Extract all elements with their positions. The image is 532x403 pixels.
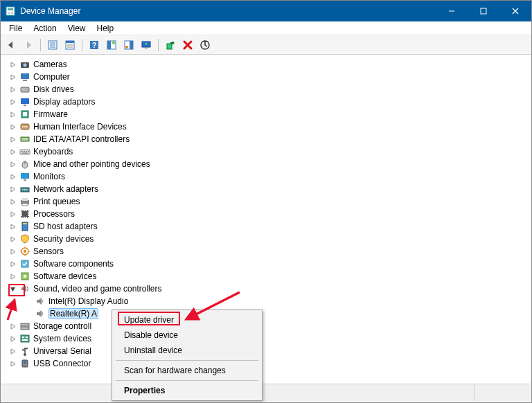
action-a-icon[interactable] — [104, 37, 119, 53]
chevron-right-icon[interactable] — [8, 60, 17, 69]
ide-icon — [19, 134, 30, 145]
tree-node[interactable]: IDE ATA/ATAPI controllers — [8, 133, 531, 145]
chevron-right-icon[interactable] — [8, 222, 17, 231]
context-menu-item[interactable]: Disable device — [114, 328, 260, 343]
tree-node[interactable]: Mice and other pointing devices — [8, 158, 531, 170]
tree-node-label: Mice and other pointing devices — [33, 159, 150, 169]
context-menu-item[interactable]: Uninstall device — [114, 343, 260, 358]
monitor-update-icon[interactable] — [139, 37, 154, 53]
mouse-icon — [19, 159, 30, 170]
svg-rect-26 — [167, 44, 172, 49]
maximize-button[interactable] — [468, 1, 499, 21]
tree-node-label: Keyboards — [33, 147, 73, 156]
system-icon — [19, 333, 30, 344]
chevron-right-icon[interactable] — [8, 347, 17, 355]
tree-node[interactable]: Firmware — [8, 108, 531, 120]
chevron-right-icon[interactable] — [8, 235, 17, 243]
menu-help[interactable]: Help — [91, 22, 120, 35]
chevron-right-icon[interactable] — [8, 147, 17, 156]
tree-node-label: Disk drives — [33, 84, 74, 94]
tree-node-label: Universal Serial — [33, 346, 91, 356]
minimize-button[interactable] — [436, 1, 468, 21]
tree-node[interactable]: Intel(R) Display Audio — [24, 295, 531, 307]
show-hide-tree-icon[interactable] — [45, 37, 60, 53]
menu-view[interactable]: View — [62, 22, 91, 35]
chevron-down-icon[interactable] — [8, 285, 17, 293]
tree-node[interactable]: Disk drives — [8, 83, 531, 96]
tree-node[interactable]: Sensors — [8, 245, 531, 258]
chevron-right-icon[interactable] — [8, 185, 17, 193]
chevron-right-icon[interactable] — [8, 123, 17, 131]
tree-node-label: Software devices — [33, 271, 96, 281]
tree-node-label: System devices — [33, 334, 91, 343]
chevron-right-icon[interactable] — [8, 272, 17, 280]
tree-node[interactable]: Keyboards — [8, 145, 531, 158]
chevron-right-icon[interactable] — [8, 85, 17, 93]
scan-hardware-icon[interactable] — [197, 37, 213, 53]
context-menu-item[interactable]: Properties — [114, 383, 260, 398]
svg-rect-47 — [24, 151, 25, 152]
svg-rect-42 — [21, 137, 29, 141]
back-icon[interactable] — [3, 37, 19, 53]
chevron-right-icon[interactable] — [8, 334, 17, 343]
context-menu-item[interactable]: Scan for hardware changes — [114, 363, 260, 378]
tree-node[interactable]: Human Interface Devices — [8, 120, 531, 133]
speaker-icon — [35, 296, 46, 307]
menu-file[interactable]: File — [3, 22, 28, 35]
svg-rect-60 — [22, 198, 28, 201]
tree-node-label: Network adapters — [33, 184, 98, 194]
chevron-right-icon[interactable] — [8, 197, 17, 206]
chevron-right-icon[interactable] — [8, 98, 17, 106]
usb-icon — [19, 346, 30, 357]
add-legacy-icon[interactable] — [163, 37, 178, 53]
device-tree[interactable]: CamerasComputerDisk drivesDisplay adapto… — [1, 55, 531, 370]
print-icon — [19, 196, 30, 207]
action-b-icon[interactable] — [121, 37, 136, 53]
help-icon[interactable]: ? — [87, 37, 102, 53]
tree-node[interactable]: Print queues — [8, 195, 531, 208]
tree-node[interactable]: SD host adapters — [8, 220, 531, 233]
tree-node[interactable]: Sound, video and game controllers — [8, 283, 531, 295]
tree-node[interactable]: Monitors — [8, 170, 531, 183]
tree-node[interactable]: Software devices — [8, 270, 531, 283]
tree-node[interactable]: System devices — [8, 332, 531, 345]
tree-node[interactable]: Display adaptors — [8, 96, 531, 108]
svg-point-33 — [26, 89, 28, 90]
tree-node[interactable]: Universal Serial — [8, 345, 531, 357]
chevron-right-icon[interactable] — [8, 247, 17, 256]
menu-action[interactable]: Action — [28, 22, 62, 35]
uninstall-icon[interactable] — [180, 37, 195, 53]
tree-node[interactable]: Software components — [8, 258, 531, 270]
tree-node[interactable]: Realtek(R) A — [24, 307, 531, 320]
tree-node[interactable]: Processors — [8, 208, 531, 220]
sensor-icon — [19, 246, 30, 257]
tree-node-label: Sensors — [33, 247, 64, 256]
chevron-right-icon[interactable] — [8, 260, 17, 268]
cpu-icon — [19, 208, 30, 220]
chevron-right-icon[interactable] — [8, 322, 17, 330]
chevron-right-icon[interactable] — [8, 172, 17, 181]
chevron-right-icon[interactable] — [8, 160, 17, 168]
tree-node[interactable]: Cameras — [8, 58, 531, 71]
svg-rect-0 — [6, 7, 15, 15]
swdev-icon — [19, 271, 30, 282]
chevron-right-icon[interactable] — [8, 135, 17, 143]
close-button[interactable] — [499, 1, 531, 21]
tree-node[interactable]: Storage controll — [8, 320, 531, 332]
forward-icon[interactable] — [21, 37, 36, 53]
security-icon — [19, 233, 30, 244]
tree-node[interactable]: Computer — [8, 71, 531, 83]
svg-rect-49 — [28, 151, 29, 152]
chevron-right-icon[interactable] — [8, 73, 17, 81]
title-bar: Device Manager — [1, 1, 531, 21]
chevron-right-icon[interactable] — [8, 359, 17, 368]
disk-icon — [19, 84, 30, 95]
svg-rect-3 — [11, 12, 13, 14]
tree-node[interactable]: USB Connector — [8, 357, 531, 370]
chevron-right-icon[interactable] — [8, 110, 17, 118]
chevron-right-icon[interactable] — [8, 210, 17, 218]
tree-node[interactable]: Security devices — [8, 233, 531, 245]
properties-icon[interactable] — [62, 37, 78, 53]
context-menu-item[interactable]: Update driver — [114, 312, 260, 328]
tree-node[interactable]: Network adapters — [8, 183, 531, 195]
